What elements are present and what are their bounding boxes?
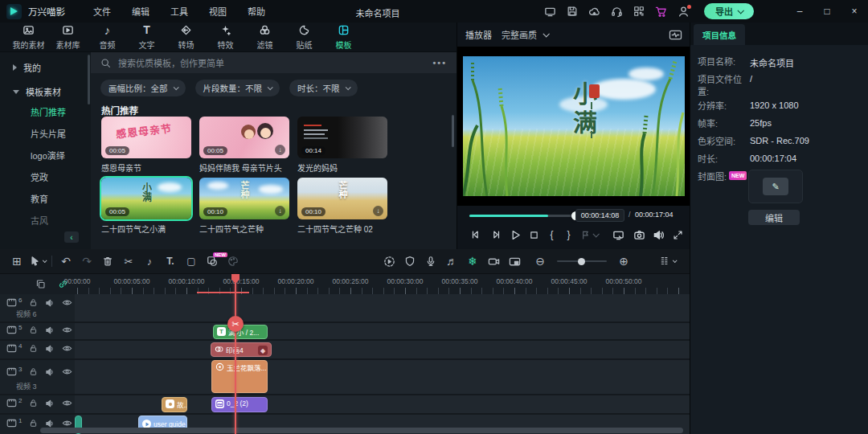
quick-text-button[interactable]: T. <box>160 256 181 267</box>
lock-icon[interactable] <box>29 367 38 376</box>
sidebar-group-template-assets[interactable]: 模板素材 <box>0 83 87 100</box>
tab-text[interactable]: T文字 <box>128 24 166 51</box>
sidebar-item-intro-outro[interactable]: 片头片尾 <box>0 122 87 144</box>
voiceover-mic-button[interactable] <box>420 256 441 267</box>
visibility-eye-icon[interactable] <box>62 297 72 308</box>
track-4-lane[interactable] <box>75 341 690 358</box>
shopping-cart-icon[interactable] <box>655 6 667 18</box>
marker-button[interactable] <box>577 230 601 240</box>
search-bar[interactable]: 搜索优质模板，创作更简单 ••• <box>91 52 457 73</box>
support-headset-icon[interactable] <box>611 6 623 18</box>
browser-scrollbar[interactable] <box>452 115 454 147</box>
more-options-icon[interactable]: ••• <box>432 58 447 68</box>
fullscreen-button[interactable] <box>668 230 687 240</box>
clip-image-02[interactable]: 0_2 (2) <box>211 397 268 412</box>
filter-aspect-ratio[interactable]: 画幅比例：全部 <box>100 80 186 96</box>
sidebar-item-logo-reveal[interactable]: logo演绎 <box>0 144 87 166</box>
template-thumb-glowing-mom[interactable]: 00:14 <box>297 117 387 158</box>
redo-button[interactable]: ↷ <box>76 255 97 268</box>
tab-stock-media[interactable]: 素材库 <box>49 24 87 51</box>
beat-detection-button[interactable]: ♪ <box>139 256 160 268</box>
menu-file[interactable]: 文件 <box>83 5 121 18</box>
play-button[interactable] <box>506 229 525 241</box>
playhead-line[interactable] <box>235 275 236 434</box>
visibility-eye-icon[interactable] <box>62 343 72 354</box>
crop-button[interactable]: ▢ <box>181 256 202 267</box>
menu-tools[interactable]: 工具 <box>160 5 199 18</box>
cover-edit-button[interactable]: 编辑 <box>748 210 800 225</box>
tab-stickers[interactable]: 贴纸 <box>285 24 323 51</box>
quality-dropdown[interactable]: 完整画质 <box>502 28 548 41</box>
tab-templates[interactable]: 模板 <box>325 24 362 51</box>
mute-icon[interactable] <box>45 367 55 377</box>
menu-edit[interactable]: 编辑 <box>121 5 160 18</box>
sidebar-item-hot[interactable]: 热门推荐 <box>0 100 87 122</box>
template-thumb-xiaoman-selected[interactable]: 小满 00:05 <box>101 178 191 219</box>
pip-button[interactable] <box>504 256 525 268</box>
tab-my-media[interactable]: 我的素材 <box>10 24 47 51</box>
lock-icon[interactable] <box>29 419 38 428</box>
clip-sticker-flower[interactable]: 玉兰花飘落... <box>211 360 268 393</box>
mute-icon[interactable] <box>45 419 55 428</box>
track-3-lane[interactable] <box>75 360 690 394</box>
mute-icon[interactable] <box>45 298 55 308</box>
delete-button[interactable] <box>97 256 118 267</box>
color-palette-button[interactable] <box>223 256 244 267</box>
user-account-icon[interactable] <box>678 6 690 18</box>
zoom-out-button[interactable]: ⊖ <box>530 255 551 268</box>
lock-icon[interactable] <box>29 326 38 334</box>
zoom-in-button[interactable]: ⊕ <box>613 255 634 268</box>
visibility-eye-icon[interactable] <box>62 366 72 377</box>
mask-button[interactable]: NEW <box>202 256 223 267</box>
copy-icon[interactable] <box>35 279 46 289</box>
template-thumb-mangzhong-02[interactable]: 芒种 00:10 ↓ <box>297 178 387 219</box>
stop-button[interactable] <box>525 230 543 240</box>
zoom-thumb[interactable] <box>578 258 585 265</box>
screen-record-button[interactable] <box>483 256 504 268</box>
volume-button[interactable] <box>649 229 668 241</box>
window-close-button[interactable]: × <box>841 6 868 17</box>
sidebar-collapse-button[interactable]: ‹ <box>64 231 79 243</box>
search-input[interactable]: 搜索优质模板，创作更简单 <box>118 56 425 69</box>
ai-feature-button[interactable]: ❄ <box>462 255 483 268</box>
visibility-eye-icon[interactable] <box>62 398 72 408</box>
timeline-ruler[interactable]: 00:00:00 00:00:05:00 00:00:10:00 00:00:1… <box>0 273 690 294</box>
track-height-button[interactable] <box>657 256 678 267</box>
mark-in-button[interactable]: { <box>543 229 560 240</box>
save-icon[interactable] <box>567 6 578 17</box>
export-button[interactable]: 导出 <box>704 3 754 19</box>
lock-icon[interactable] <box>29 344 38 353</box>
cover-image-box[interactable]: ✎ <box>748 170 803 203</box>
snapshot-camera-button[interactable] <box>629 229 649 241</box>
clip-effect-yinhua4[interactable]: 印画4 ◆ <box>211 342 272 357</box>
sidebar-scrollbar[interactable] <box>88 55 90 104</box>
window-maximize-button[interactable]: □ <box>813 6 841 17</box>
sidebar-group-mine[interactable]: 我的 <box>0 59 87 76</box>
menu-view[interactable]: 视图 <box>199 5 237 18</box>
lock-icon[interactable] <box>29 298 38 307</box>
undo-button[interactable]: ↶ <box>55 255 76 268</box>
mark-out-button[interactable]: } <box>560 229 577 240</box>
audio-mixer-button[interactable]: ♬ <box>441 255 462 268</box>
filter-duration[interactable]: 时长：不限 <box>289 80 358 96</box>
cut-scissors-badge[interactable]: ✂ <box>227 316 244 332</box>
playback-progress-slider[interactable] <box>469 215 576 217</box>
template-thumb-mangzhong[interactable]: 芒种 00:10 ↓ <box>199 178 289 219</box>
window-minimize-button[interactable]: – <box>786 6 813 17</box>
tab-project-info[interactable]: 项目信息 <box>694 24 745 45</box>
media-grid-button[interactable]: ⊞ <box>6 255 27 268</box>
cloud-upload-icon[interactable] <box>588 6 600 18</box>
timeline-zoom-slider[interactable] <box>557 260 607 262</box>
display-mode-icon[interactable] <box>544 6 556 18</box>
mute-icon[interactable] <box>45 399 55 408</box>
split-scissors-button[interactable]: ✂ <box>118 256 139 268</box>
app-logo-icon[interactable] <box>6 4 22 19</box>
select-tool-button[interactable] <box>27 256 48 267</box>
motion-tracking-button[interactable] <box>379 256 399 268</box>
template-thumb-mothers-day[interactable]: 感恩母亲节 00:05 <box>101 117 191 158</box>
menu-help[interactable]: 帮助 <box>237 5 276 18</box>
previous-frame-button[interactable] <box>465 229 486 240</box>
lock-icon[interactable] <box>29 399 38 407</box>
mute-icon[interactable] <box>45 326 55 335</box>
tab-effects[interactable]: 特效 <box>207 24 244 51</box>
